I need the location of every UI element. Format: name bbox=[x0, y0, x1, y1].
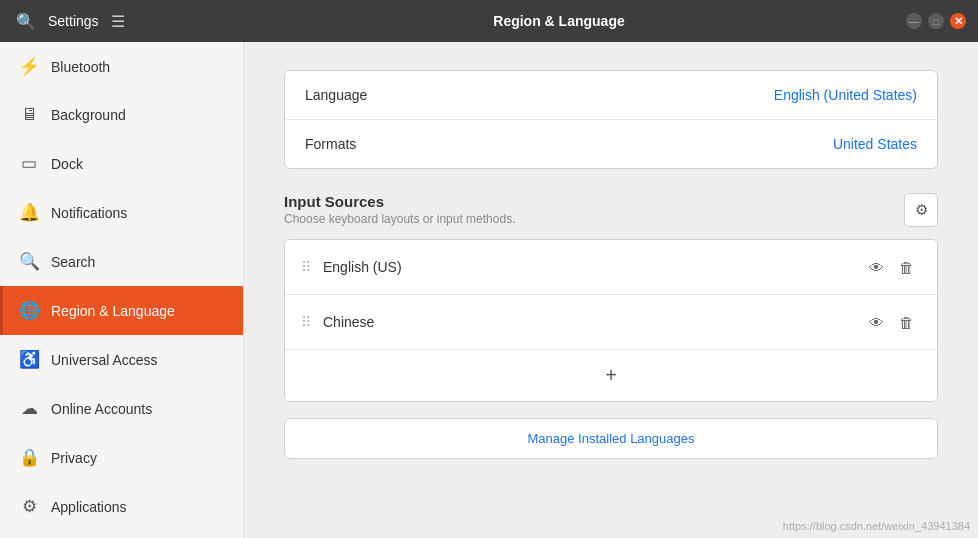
sidebar-item-search[interactable]: 🔍 Search bbox=[0, 237, 243, 286]
titlebar-controls: — □ ✕ bbox=[866, 13, 966, 29]
page-title: Region & Language bbox=[252, 13, 866, 29]
sidebar-item-notifications[interactable]: 🔔 Notifications bbox=[0, 188, 243, 237]
input-source-name-english: English (US) bbox=[323, 259, 861, 275]
sidebar-label-region-language: Region & Language bbox=[51, 303, 175, 319]
language-row[interactable]: Language English (United States) bbox=[285, 71, 937, 120]
input-sources-subtitle: Choose keyboard layouts or input methods… bbox=[284, 212, 515, 226]
input-sources-settings-button[interactable]: ⚙ bbox=[904, 193, 938, 227]
view-button-english[interactable]: 👁 bbox=[861, 252, 891, 282]
maximize-button[interactable]: □ bbox=[928, 13, 944, 29]
dock-icon: ▭ bbox=[19, 153, 39, 174]
sidebar: ⚡ Bluetooth 🖥 Background ▭ Dock 🔔 Notifi… bbox=[0, 42, 244, 538]
content-area: Language English (United States) Formats… bbox=[244, 42, 978, 538]
language-value: English (United States) bbox=[774, 87, 917, 103]
search-button[interactable]: 🔍 bbox=[12, 8, 40, 35]
delete-button-chinese[interactable]: 🗑 bbox=[891, 307, 921, 337]
manage-languages-button[interactable]: Manage Installed Languages bbox=[284, 418, 938, 459]
titlebar: 🔍 Settings ☰ Region & Language — □ ✕ bbox=[0, 0, 978, 42]
menu-button[interactable]: ☰ bbox=[107, 8, 129, 35]
globe-icon: 🌐 bbox=[19, 300, 39, 321]
language-label: Language bbox=[305, 87, 367, 103]
add-input-source-row[interactable]: + bbox=[285, 350, 937, 401]
add-input-source-button[interactable]: + bbox=[605, 364, 617, 387]
watermark: https://blog.csdn.net/weixin_43941384 bbox=[783, 520, 970, 532]
close-button[interactable]: ✕ bbox=[950, 13, 966, 29]
input-source-row-chinese: ⠿ Chinese 👁 🗑 bbox=[285, 295, 937, 350]
sidebar-item-universal-access[interactable]: ♿ Universal Access bbox=[0, 335, 243, 384]
sidebar-label-applications: Applications bbox=[51, 499, 127, 515]
titlebar-left: 🔍 Settings ☰ bbox=[12, 8, 252, 35]
search-sidebar-icon: 🔍 bbox=[19, 251, 39, 272]
drag-handle-chinese[interactable]: ⠿ bbox=[301, 314, 311, 330]
sidebar-item-online-accounts[interactable]: ☁ Online Accounts bbox=[0, 384, 243, 433]
language-formats-card: Language English (United States) Formats… bbox=[284, 70, 938, 169]
main-layout: ⚡ Bluetooth 🖥 Background ▭ Dock 🔔 Notifi… bbox=[0, 42, 978, 538]
sidebar-label-search: Search bbox=[51, 254, 95, 270]
input-sources-card: ⠿ English (US) 👁 🗑 ⠿ Chinese 👁 🗑 + bbox=[284, 239, 938, 402]
delete-button-english[interactable]: 🗑 bbox=[891, 252, 921, 282]
formats-label: Formats bbox=[305, 136, 356, 152]
applications-icon: ⚙ bbox=[19, 496, 39, 517]
sidebar-label-online-accounts: Online Accounts bbox=[51, 401, 152, 417]
app-title: Settings bbox=[48, 13, 99, 29]
sidebar-label-privacy: Privacy bbox=[51, 450, 97, 466]
sidebar-label-bluetooth: Bluetooth bbox=[51, 59, 110, 75]
notifications-icon: 🔔 bbox=[19, 202, 39, 223]
privacy-icon: 🔒 bbox=[19, 447, 39, 468]
formats-value: United States bbox=[833, 136, 917, 152]
sidebar-item-dock[interactable]: ▭ Dock bbox=[0, 139, 243, 188]
view-button-chinese[interactable]: 👁 bbox=[861, 307, 891, 337]
sidebar-label-background: Background bbox=[51, 107, 126, 123]
input-sources-header: Input Sources Choose keyboard layouts or… bbox=[284, 193, 938, 227]
sidebar-item-applications[interactable]: ⚙ Applications bbox=[0, 482, 243, 531]
input-source-name-chinese: Chinese bbox=[323, 314, 861, 330]
universal-access-icon: ♿ bbox=[19, 349, 39, 370]
sidebar-label-dock: Dock bbox=[51, 156, 83, 172]
background-icon: 🖥 bbox=[19, 105, 39, 125]
input-sources-title: Input Sources bbox=[284, 193, 515, 210]
sidebar-label-notifications: Notifications bbox=[51, 205, 127, 221]
input-source-row-english: ⠿ English (US) 👁 🗑 bbox=[285, 240, 937, 295]
bluetooth-icon: ⚡ bbox=[19, 56, 39, 77]
sidebar-item-privacy[interactable]: 🔒 Privacy bbox=[0, 433, 243, 482]
formats-row[interactable]: Formats United States bbox=[285, 120, 937, 168]
sidebar-label-universal-access: Universal Access bbox=[51, 352, 158, 368]
minimize-button[interactable]: — bbox=[906, 13, 922, 29]
sidebar-item-sharing[interactable]: ↗ Sharing bbox=[0, 531, 243, 538]
sidebar-item-region-language[interactable]: 🌐 Region & Language bbox=[0, 286, 243, 335]
input-sources-title-group: Input Sources Choose keyboard layouts or… bbox=[284, 193, 515, 226]
drag-handle-english[interactable]: ⠿ bbox=[301, 259, 311, 275]
sidebar-item-background[interactable]: 🖥 Background bbox=[0, 91, 243, 139]
sidebar-item-bluetooth[interactable]: ⚡ Bluetooth bbox=[0, 42, 243, 91]
online-accounts-icon: ☁ bbox=[19, 398, 39, 419]
